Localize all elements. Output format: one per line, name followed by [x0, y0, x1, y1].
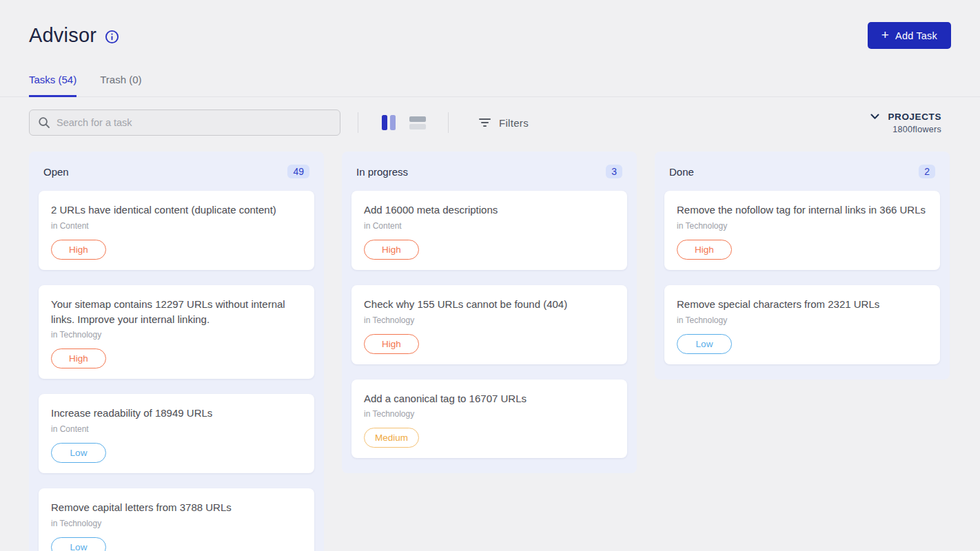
- column-header: Done2: [664, 160, 940, 191]
- filters-button[interactable]: Filters: [479, 117, 529, 129]
- priority-badge: Medium: [364, 428, 419, 448]
- task-title: Remove capital letters from 3788 URLs: [51, 500, 302, 515]
- priority-badge: Low: [677, 334, 732, 354]
- column-title: Open: [43, 166, 69, 178]
- projects-label: PROJECTS: [888, 112, 941, 122]
- board-column-in-progress: In progress3Add 16000 meta descriptionsi…: [342, 152, 637, 473]
- cards-list: Remove the nofollow tag for internal lin…: [664, 191, 940, 364]
- task-category: in Content: [51, 221, 302, 231]
- toolbar-divider: [448, 112, 449, 133]
- column-count-badge: 49: [287, 165, 309, 178]
- board-column-open: Open492 URLs have identical content (dup…: [29, 152, 324, 551]
- toolbar-divider: [358, 112, 358, 133]
- priority-badge: High: [364, 334, 419, 354]
- task-card[interactable]: Remove the nofollow tag for internal lin…: [664, 191, 940, 270]
- current-project-name: 1800flowers: [892, 125, 941, 134]
- priority-badge: High: [51, 240, 106, 260]
- list-view-icon[interactable]: [409, 116, 426, 129]
- task-category: in Technology: [677, 221, 928, 231]
- search-input[interactable]: [57, 117, 331, 128]
- task-card[interactable]: Remove capital letters from 3788 URLsin …: [39, 488, 314, 551]
- filters-label: Filters: [499, 117, 529, 129]
- task-title: Add a canonical tag to 16707 URLs: [364, 391, 615, 406]
- task-card[interactable]: Add a canonical tag to 16707 URLsin Tech…: [351, 380, 627, 459]
- page-header: Advisor + Add Task: [29, 0, 951, 49]
- search-box[interactable]: [29, 110, 340, 136]
- task-title: Remove the nofollow tag for internal lin…: [677, 202, 928, 218]
- task-card[interactable]: Your sitemap contains 12297 URLs without…: [39, 285, 314, 380]
- task-card[interactable]: Add 16000 meta descriptionsin ContentHig…: [351, 191, 627, 270]
- task-card[interactable]: Increase readability of 18949 URLsin Con…: [39, 394, 314, 473]
- search-icon: [38, 116, 50, 129]
- priority-badge: High: [677, 240, 732, 260]
- task-title: 2 URLs have identical content (duplicate…: [51, 202, 302, 218]
- priority-badge: High: [364, 240, 419, 260]
- column-count-badge: 3: [606, 165, 622, 178]
- tab-tasks[interactable]: Tasks (54): [29, 74, 76, 97]
- cards-list: 2 URLs have identical content (duplicate…: [39, 191, 314, 551]
- task-category: in Technology: [51, 519, 302, 528]
- info-icon[interactable]: [105, 30, 119, 44]
- tabs-bar: Tasks (54) Trash (0): [0, 74, 980, 97]
- advisor-page: Advisor + Add Task Tasks (54) Trash (0): [0, 0, 980, 551]
- tab-trash[interactable]: Trash (0): [100, 74, 141, 96]
- task-title: Increase readability of 18949 URLs: [51, 406, 302, 421]
- plus-icon: +: [881, 28, 889, 43]
- task-category: in Technology: [51, 330, 302, 340]
- task-card[interactable]: Remove special characters from 2321 URLs…: [664, 285, 940, 364]
- column-header: In progress3: [351, 160, 627, 191]
- task-category: in Technology: [364, 315, 615, 325]
- task-card[interactable]: Check why 155 URLs cannot be found (404)…: [351, 285, 627, 364]
- column-title: Done: [669, 166, 694, 178]
- board-view-icon[interactable]: [381, 114, 396, 131]
- task-board: Open492 URLs have identical content (dup…: [29, 152, 951, 551]
- add-task-label: Add Task: [895, 30, 937, 41]
- task-category: in Technology: [364, 409, 615, 419]
- task-title: Check why 155 URLs cannot be found (404): [364, 297, 615, 312]
- priority-badge: High: [51, 349, 106, 368]
- column-title: In progress: [356, 166, 408, 178]
- task-title: Your sitemap contains 12297 URLs without…: [51, 297, 302, 327]
- column-header: Open49: [39, 160, 314, 191]
- column-count-badge: 2: [919, 165, 935, 178]
- filter-icon: [479, 118, 491, 127]
- task-title: Remove special characters from 2321 URLs: [677, 297, 928, 312]
- cards-list: Add 16000 meta descriptionsin ContentHig…: [351, 191, 627, 458]
- priority-badge: Low: [51, 537, 106, 551]
- task-category: in Technology: [677, 315, 928, 325]
- task-card[interactable]: 2 URLs have identical content (duplicate…: [39, 191, 314, 270]
- add-task-button[interactable]: + Add Task: [868, 22, 951, 49]
- board-column-done: Done2Remove the nofollow tag for interna…: [655, 152, 950, 380]
- priority-badge: Low: [51, 443, 106, 463]
- toolbar: Filters PROJECTS 1800flowers: [29, 110, 951, 136]
- task-category: in Content: [51, 424, 302, 434]
- task-title: Add 16000 meta descriptions: [364, 202, 615, 218]
- projects-selector[interactable]: PROJECTS 1800flowers: [870, 112, 941, 134]
- chevron-down-icon: [870, 114, 879, 120]
- view-toggle: [381, 114, 426, 131]
- task-category: in Content: [364, 221, 615, 231]
- page-title: Advisor: [29, 24, 96, 47]
